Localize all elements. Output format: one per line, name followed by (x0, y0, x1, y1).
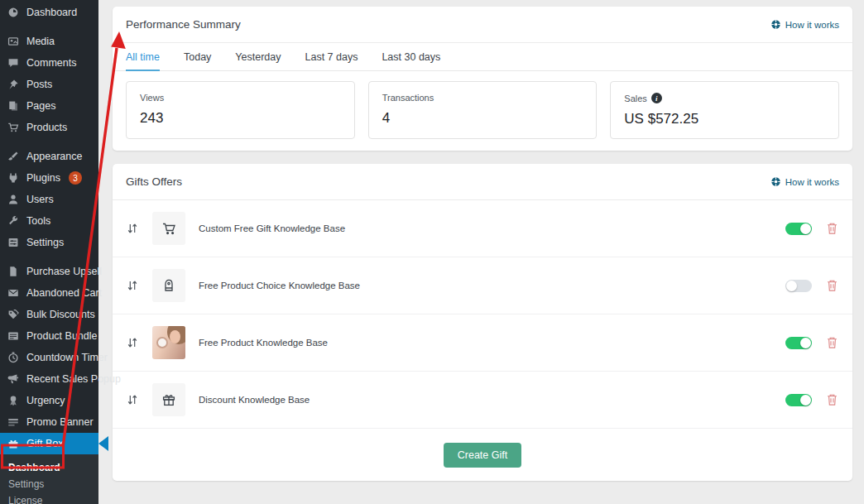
sidebar-item-users[interactable]: Users (0, 189, 98, 210)
sidebar-item-label: Bulk Discounts (26, 309, 95, 320)
stat-label: Views (140, 93, 341, 103)
gifts-offers-panel: Gifts Offers How it works Custom Free Gi… (113, 164, 852, 481)
wrench-icon (7, 215, 20, 228)
enable-toggle[interactable] (785, 337, 812, 349)
photo-watch-shape (156, 337, 168, 348)
submenu-item-dashboard[interactable]: Dashboard (0, 459, 98, 476)
drag-handle-icon[interactable] (126, 336, 142, 349)
pages-icon (7, 100, 20, 113)
sidebar-item-label: Dashboard (26, 7, 77, 18)
sidebar-item-bulk-discounts[interactable]: Bulk Discounts (0, 304, 98, 325)
delete-trash-icon[interactable] (826, 336, 839, 350)
sidebar-item-label: Recent Sales Popup (26, 373, 121, 385)
delete-trash-icon[interactable] (826, 222, 839, 236)
plug-icon (7, 172, 20, 185)
megaphone-icon (7, 373, 20, 386)
sidebar-item-gift-box[interactable]: Gift Box (0, 433, 98, 454)
gift-offer-row: Free Product Choice Knowledge Base (113, 257, 852, 314)
sidebar-item-label: Appearance (26, 151, 82, 162)
performance-summary-panel: Performance Summary How it works All tim… (113, 7, 852, 151)
sidebar-item-label: Urgency (26, 395, 65, 406)
gift-box-icon (152, 383, 185, 416)
performance-panel-header: Performance Summary How it works (113, 7, 852, 43)
delete-trash-icon[interactable] (826, 393, 839, 407)
sidebar-item-label: Pages (26, 100, 55, 112)
gift-offers-list: Custom Free Gift Knowledge BaseFree Prod… (113, 200, 852, 429)
sidebar-item-media[interactable]: Media (0, 31, 98, 52)
tab-yesterday[interactable]: Yesterday (235, 43, 281, 71)
sidebar-item-product-bundle[interactable]: Product Bundle (0, 325, 98, 347)
info-icon[interactable]: i (651, 93, 662, 103)
submenu-item-license[interactable]: License (0, 492, 98, 504)
stat-cards-row: Views243Transactions4SalesiUS $572.25 (113, 71, 852, 151)
sidebar-item-recent-sales-popup[interactable]: Recent Sales Popup (0, 368, 98, 390)
gift-offer-label: Free Product Choice Knowledge Base (199, 281, 360, 290)
admin-menu: DashboardMediaCommentsPostsPagesProducts… (0, 0, 98, 454)
sidebar-item-abandoned-cart[interactable]: Abandoned Cart (0, 282, 98, 304)
drag-handle-icon[interactable] (126, 393, 142, 406)
performance-how-it-works-link[interactable]: How it works (770, 19, 839, 30)
tab-today[interactable]: Today (184, 43, 211, 71)
sidebar-item-pages[interactable]: Pages (0, 95, 98, 117)
sidebar-item-dashboard[interactable]: Dashboard (0, 2, 98, 23)
sidebar-item-label: Media (26, 36, 55, 47)
sidebar-item-urgency[interactable]: Urgency (0, 390, 98, 411)
cart-outline-icon (152, 212, 185, 245)
sliders-icon (7, 237, 20, 249)
envelope-icon (7, 287, 20, 300)
banner-icon (7, 416, 20, 429)
stat-label-text: Sales (624, 94, 647, 103)
how-it-works-label: How it works (785, 177, 839, 187)
brush-icon (7, 151, 20, 163)
sidebar-item-label: Countdown Timer (26, 352, 108, 363)
time-range-tabs: All timeTodayYesterdayLast 7 daysLast 30… (113, 43, 852, 71)
sidebar-item-comments[interactable]: Comments (0, 52, 98, 74)
update-count-badge: 3 (69, 171, 82, 185)
sidebar-item-settings[interactable]: Settings (0, 232, 98, 253)
toggle-knob (800, 338, 811, 348)
create-gift-button[interactable]: Create Gift (444, 443, 521, 468)
tab-last-30-days[interactable]: Last 30 days (382, 43, 440, 71)
sidebar-item-plugins[interactable]: Plugins3 (0, 167, 98, 189)
gift-offer-row: Free Product Knowledge Base (113, 314, 852, 372)
performance-panel-title: Performance Summary (126, 18, 241, 31)
pushpin-icon (7, 79, 20, 91)
stat-label-text: Transactions (382, 93, 434, 103)
menu-separator (0, 23, 98, 31)
media-icon (7, 36, 20, 48)
drag-handle-icon[interactable] (126, 222, 142, 235)
sidebar-item-purchase-upsell[interactable]: Purchase Upsell (0, 261, 98, 282)
user-icon (7, 194, 20, 206)
stat-value: 243 (140, 110, 341, 127)
enable-toggle[interactable] (785, 280, 812, 292)
tab-last-7-days[interactable]: Last 7 days (305, 43, 358, 71)
photo-face-shape (170, 330, 180, 343)
product-photo (152, 326, 185, 359)
gifts-how-it-works-link[interactable]: How it works (770, 176, 839, 187)
menu-separator (0, 138, 98, 146)
sidebar-item-label: Users (26, 194, 54, 205)
drag-handle-icon[interactable] (126, 279, 142, 292)
gift-icon (7, 438, 20, 450)
sidebar-item-label: Gift Box (26, 438, 63, 449)
delete-trash-icon[interactable] (826, 279, 839, 293)
enable-toggle[interactable] (785, 394, 812, 406)
stat-label-text: Views (140, 93, 164, 103)
sidebar-item-appearance[interactable]: Appearance (0, 146, 98, 167)
sidebar-item-countdown-timer[interactable]: Countdown Timer (0, 347, 98, 368)
sidebar-item-posts[interactable]: Posts (0, 74, 98, 95)
sidebar-item-label: Promo Banner (26, 416, 94, 428)
sidebar-item-products[interactable]: Products (0, 117, 98, 138)
stat-card-views: Views243 (126, 81, 355, 139)
stat-card-sales: SalesiUS $572.25 (610, 81, 839, 139)
toggle-knob (786, 281, 797, 291)
enable-toggle[interactable] (785, 223, 812, 235)
gift-offer-label: Discount Knowledge Base (199, 395, 310, 405)
sidebar-item-promo-banner[interactable]: Promo Banner (0, 411, 98, 433)
submenu-item-settings[interactable]: Settings (0, 476, 98, 492)
medal-icon (7, 395, 20, 407)
price-tag-icon (152, 269, 185, 302)
tab-all-time[interactable]: All time (126, 43, 160, 71)
gift-offer-row: Discount Knowledge Base (113, 372, 852, 429)
sidebar-item-tools[interactable]: Tools (0, 210, 98, 232)
